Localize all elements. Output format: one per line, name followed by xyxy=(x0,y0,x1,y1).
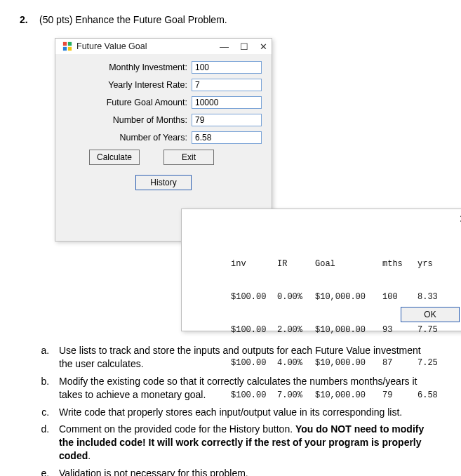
history-button[interactable]: History xyxy=(135,175,192,190)
subitem-e: Validation is not necessary for this pro… xyxy=(52,467,427,476)
yearly-interest-rate-label: Yearly Interest Rate: xyxy=(108,80,187,90)
number-of-years-label: Number of Years: xyxy=(119,133,187,143)
future-goal-amount-label: Future Goal Amount: xyxy=(107,98,187,107)
monthly-investment-label: Monthly Investment: xyxy=(109,62,187,72)
minimize-icon[interactable]: — xyxy=(220,42,229,51)
col-mths: mths xyxy=(382,259,417,270)
yearly-interest-rate-input[interactable] xyxy=(192,79,262,91)
monthly-investment-input[interactable] xyxy=(192,61,262,74)
window-title: Future Value Goal xyxy=(76,41,147,51)
problem-header: 2. (50 pts) Enhance the Future Goal Prob… xyxy=(20,14,441,25)
history-row: $100.00 4.00% $10,000.00 87 7.25 xyxy=(231,358,446,369)
number-of-months-input[interactable] xyxy=(192,114,262,126)
subitem-d: Comment on the provided code for the His… xyxy=(52,423,427,463)
titlebar: Future Value Goal — ☐ ✕ xyxy=(55,39,272,54)
close-icon[interactable]: ✕ xyxy=(260,42,267,51)
col-inv: inv xyxy=(231,259,277,270)
problem-number: 2. xyxy=(20,14,31,25)
future-goal-amount-input[interactable] xyxy=(192,96,262,109)
col-ir: IR xyxy=(277,259,315,270)
svg-rect-2 xyxy=(63,47,67,51)
history-row: $100.00 0.00% $10,000.00 100 8.33 xyxy=(231,292,446,303)
app-icon xyxy=(62,41,72,51)
number-of-months-label: Number of Months: xyxy=(113,115,187,125)
history-row: $100.00 2.00% $10,000.00 93 7.75 xyxy=(231,325,446,336)
svg-rect-3 xyxy=(68,47,72,51)
problem-prompt: (50 pts) Enhance the Future Goal Problem… xyxy=(39,14,227,25)
history-row: $100.00 7.00% $10,000.00 79 6.58 xyxy=(231,390,446,402)
svg-rect-0 xyxy=(63,42,67,46)
number-of-years-input[interactable] xyxy=(192,131,262,144)
history-header-row: inv IR Goal mths yrs xyxy=(231,259,446,270)
history-dialog: ✕ inv IR Goal mths yrs $100.00 0.00% $10… xyxy=(181,209,461,331)
history-grid: inv IR Goal mths yrs $100.00 0.00% $10,0… xyxy=(231,237,446,423)
col-yrs: yrs xyxy=(417,259,446,270)
svg-rect-1 xyxy=(68,42,72,46)
maximize-icon[interactable]: ☐ xyxy=(240,42,248,51)
exit-button[interactable]: Exit xyxy=(163,150,214,165)
ok-button[interactable]: OK xyxy=(401,307,460,322)
calculate-button[interactable]: Calculate xyxy=(89,150,140,165)
col-goal: Goal xyxy=(315,259,382,270)
